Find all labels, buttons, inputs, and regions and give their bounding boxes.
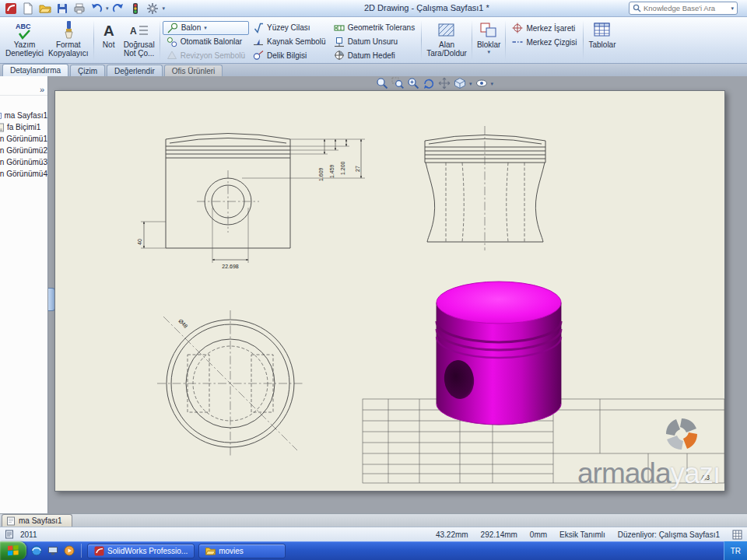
center-mark-button[interactable]: Merkez İşareti (508, 21, 580, 35)
tree-item-drawing-view1[interactable]: n Görünümü1 (0, 133, 47, 145)
dim-groove1[interactable]: 1.609 (318, 167, 324, 181)
drawing-view-front[interactable]: 1.609 1.459 1.200 27 22.698 40 (137, 134, 365, 270)
status-grid-icon[interactable] (732, 530, 742, 540)
options-button[interactable] (146, 2, 160, 16)
datum-feature-button[interactable]: Datum Unsuru (330, 35, 419, 49)
geometric-tolerance-button[interactable]: Geometrik Tolerans (330, 21, 419, 35)
ribbon-separator (421, 20, 422, 61)
task-button-label: movies (219, 547, 244, 555)
status-x-coordinate: 43.22mm (436, 530, 468, 539)
start-button[interactable] (0, 541, 26, 560)
tree-item-sheet-format[interactable]: fa Biçimi1 (0, 121, 47, 133)
undo-dropdown-icon[interactable]: ▾ (106, 5, 109, 11)
quick-launch-desktop-icon[interactable] (47, 544, 59, 557)
save-button[interactable] (54, 2, 69, 16)
tab-ofis-urunleri[interactable]: Ofis Ürünleri (164, 65, 223, 76)
tree-item-drawing-root[interactable]: ma Sayfası1 (0, 110, 47, 121)
zoom-in-out-icon[interactable] (407, 77, 419, 89)
button-label: Revizyon Sembolü (181, 51, 245, 60)
options-dropdown-icon[interactable]: ▾ (163, 5, 166, 11)
search-dropdown-icon[interactable]: ▾ (731, 5, 734, 11)
format-painter-button[interactable]: Format Kopyalayıcı (46, 19, 91, 62)
dim-height[interactable]: 27 (355, 166, 360, 172)
language-indicator[interactable]: TR (731, 547, 741, 555)
weld-symbol-button[interactable]: Kaynak Sembolü (249, 35, 330, 49)
task-button-label: SolidWorks Professio... (107, 547, 188, 555)
note-icon: A (99, 20, 119, 40)
system-tray: TR (724, 541, 747, 560)
blocks-button[interactable]: Bloklar ▾ (475, 19, 503, 62)
quick-launch-media-icon[interactable] (63, 544, 75, 557)
dim-groove2[interactable]: 1.459 (329, 164, 335, 178)
display-style-icon[interactable] (454, 77, 466, 89)
dim-diameter[interactable]: Ø48 (177, 318, 188, 329)
print-button[interactable] (72, 2, 86, 16)
search-input[interactable] (644, 4, 728, 12)
task-button-solidworks[interactable]: SolidWorks Professio... (87, 544, 195, 558)
button-label: Kaynak Sembolü (267, 37, 326, 46)
tree-item-drawing-view2[interactable]: n Görünümü2 (0, 145, 47, 156)
hole-callout-icon (253, 50, 264, 61)
undo-button[interactable] (89, 2, 103, 16)
pan-icon[interactable] (438, 77, 451, 89)
balloon-button[interactable]: Balon ▾ (163, 21, 249, 35)
surface-finish-button[interactable]: Yüzey Cilası (249, 21, 330, 35)
datum-target-button[interactable]: Datum Hedefi (330, 48, 419, 62)
display-style-dropdown-icon[interactable]: ▾ (469, 81, 472, 86)
graphics-area[interactable]: » ma Sayfası1 fa Biçimi1 n Görünümü1 n G… (0, 76, 747, 513)
svg-text:ABC: ABC (16, 23, 31, 30)
note-button[interactable]: A Not (96, 19, 121, 62)
dim-width[interactable]: 22.698 (222, 264, 239, 269)
balloon-column: Balon ▾ Otomatik Balonlar Revizyon Sembo… (163, 19, 249, 62)
sheet-tab[interactable]: ma Sayfası1 (2, 514, 72, 527)
linear-note-pattern-button[interactable]: A Doğrusal Not Ço... (121, 19, 157, 62)
redo-button[interactable] (111, 2, 126, 16)
new-document-button[interactable] (20, 2, 35, 16)
quick-launch-browser-icon[interactable] (30, 544, 43, 557)
centerline-button[interactable]: Merkez Çizgisi (508, 35, 580, 49)
ribbon-separator (93, 20, 94, 61)
sheet-format-icon (0, 123, 5, 132)
button-label: Yazım (14, 40, 36, 49)
revision-symbol-button[interactable]: Revizyon Sembolü (163, 48, 249, 62)
drawing-view-bottom[interactable]: Ø48 (157, 310, 303, 457)
datum-column: Geometrik Tolerans Datum Unsuru Datum He… (330, 19, 419, 62)
balloon-dropdown-icon[interactable]: ▾ (204, 25, 207, 30)
tables-button[interactable]: Tablolar (586, 19, 618, 62)
button-label: Geometrik Tolerans (348, 23, 416, 32)
rotate-view-icon[interactable] (423, 77, 435, 89)
knowledge-base-search[interactable]: ▾ (629, 2, 738, 15)
svg-text:A: A (130, 26, 137, 37)
watermark-text: armadayazı (577, 457, 720, 490)
zoom-fit-icon[interactable] (376, 77, 388, 89)
datum-feature-icon (334, 37, 345, 47)
centerline-column: Merkez İşareti Merkez Çizgisi (508, 19, 580, 62)
quick-access-toolbar: ▾ ▾ (0, 2, 165, 16)
blocks-dropdown-icon[interactable]: ▾ (487, 49, 490, 54)
panel-collapse-button[interactable]: » (0, 84, 47, 96)
piston-3d-model[interactable] (437, 282, 561, 425)
dim-groove3[interactable]: 1.200 (340, 161, 345, 175)
rebuild-button[interactable] (128, 2, 143, 16)
tab-degerlendir[interactable]: Değerlendir (107, 65, 163, 76)
status-definition-state: Eksik Tanımlı (559, 530, 605, 539)
hole-callout-button[interactable]: Delik Bilgisi (249, 48, 330, 62)
tab-detaylandirma[interactable]: Detaylandırma (2, 64, 68, 76)
status-right-group: 43.22mm 292.14mm 0mm Eksik Tanımlı Düzen… (436, 530, 742, 540)
auto-balloon-button[interactable]: Otomatik Balonlar (163, 35, 249, 49)
drawing-view-side[interactable] (425, 126, 545, 250)
command-manager-tabs: Detaylandırma Çizim Değerlendir Ofis Ürü… (0, 64, 747, 76)
tab-cizim[interactable]: Çizim (70, 65, 105, 76)
hide-show-items-icon[interactable] (475, 77, 488, 89)
weld-symbol-icon (253, 37, 264, 47)
tree-item-drawing-view4[interactable]: n Görünümü4 (0, 168, 47, 180)
dim-skirt[interactable]: 40 (137, 239, 142, 245)
tree-item-drawing-view3[interactable]: n Görünümü3 (0, 156, 47, 168)
view-settings-dropdown-icon[interactable]: ▾ (491, 81, 494, 86)
zoom-area-icon[interactable] (391, 77, 404, 89)
task-button-movies[interactable]: movies (198, 544, 286, 558)
area-hatch-button[interactable]: Alan Tara/Doldur (424, 19, 469, 62)
spell-checker-button[interactable]: ABC Yazım Denetleyici (3, 19, 46, 62)
open-button[interactable] (37, 2, 52, 16)
button-label: Alan (439, 40, 454, 49)
